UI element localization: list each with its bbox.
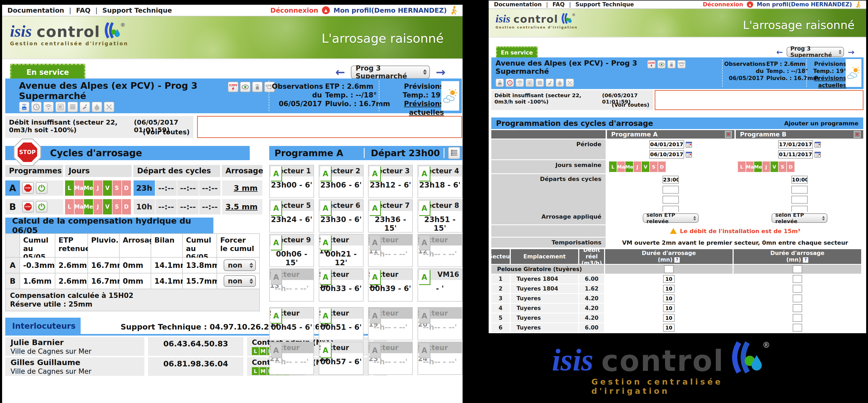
- water-drop-icon[interactable]: [92, 102, 102, 112]
- duree-input[interactable]: [663, 294, 675, 302]
- eye-icon[interactable]: [657, 60, 666, 68]
- delete-program-icon[interactable]: [854, 131, 861, 138]
- program-select[interactable]: Prog 3 Supermarché: [786, 47, 844, 57]
- logout-link[interactable]: Déconnexion: [703, 1, 743, 8]
- sector-card[interactable]: ASecteur 1700h45 - 6': [269, 307, 314, 340]
- nav-documentation[interactable]: Documentation: [494, 1, 541, 8]
- sector-card[interactable]: ASecteur 12--h-- - --': [417, 234, 462, 267]
- nav-support[interactable]: Support Technique: [575, 1, 634, 8]
- nav-documentation[interactable]: Documentation: [7, 7, 64, 14]
- sector-card[interactable]: ASecteur 1400h33 - 6': [319, 269, 364, 302]
- sector-card[interactable]: ASecteur 223h06 - 6': [319, 165, 364, 198]
- sector-card[interactable]: ASecteur 323h12 - 6': [368, 165, 413, 198]
- gprs-icon[interactable]: GPRS: [677, 60, 686, 68]
- force-cumul-select[interactable]: non: [224, 259, 256, 271]
- remote-control-icon[interactable]: [19, 102, 30, 112]
- clock-icon[interactable]: [31, 102, 42, 112]
- prev-program-arrow[interactable]: ←: [776, 48, 783, 57]
- wrench-icon[interactable]: [80, 102, 90, 112]
- sector-card[interactable]: ASecteur 1000h21 - 12': [319, 234, 364, 267]
- stop-program-icon[interactable]: STOP: [22, 182, 34, 194]
- eye-icon[interactable]: [240, 82, 250, 92]
- sector-card[interactable]: ASecteur 723h36 - 15': [368, 199, 413, 232]
- duree-input[interactable]: [793, 304, 802, 312]
- force-cumul-select[interactable]: non: [224, 275, 256, 287]
- sector-card[interactable]: ASecteur 24--h-- - --': [417, 342, 462, 375]
- profile-link[interactable]: Mon profil(Demo HERNANDEZ): [334, 7, 447, 14]
- day-toggle[interactable]: S: [650, 161, 657, 172]
- stop-program-icon[interactable]: STOP: [22, 201, 34, 213]
- duree-input[interactable]: [793, 275, 802, 283]
- sector-card[interactable]: ASecteur 423h18 - 6': [417, 165, 462, 198]
- calendar-icon[interactable]: [686, 141, 692, 148]
- group-duree-input[interactable]: [793, 265, 802, 273]
- cycle-start-input[interactable]: [791, 186, 808, 194]
- wifi-icon[interactable]: [516, 79, 524, 87]
- antenna-icon[interactable]: [667, 60, 676, 68]
- add-program-link[interactable]: Ajouter un programme: [784, 120, 859, 127]
- previsions-link[interactable]: Prévisions actuelles: [404, 100, 444, 117]
- calendar-icon[interactable]: [814, 151, 821, 157]
- delete-program-icon[interactable]: [725, 131, 732, 138]
- nav-faq[interactable]: FAQ: [552, 1, 564, 8]
- next-program-arrow[interactable]: →: [848, 48, 854, 57]
- sector-card[interactable]: ASecteur 11--h-- - --': [368, 234, 413, 267]
- sector-card[interactable]: ASecteur 13--h-- - --': [269, 269, 314, 302]
- help-icon[interactable]: ?: [674, 257, 680, 263]
- duree-input[interactable]: [663, 314, 675, 322]
- day-toggle[interactable]: D: [658, 161, 666, 172]
- logout-icon[interactable]: ▲: [322, 6, 330, 14]
- duree-input[interactable]: [663, 304, 675, 312]
- nav-support[interactable]: Support Technique: [102, 7, 172, 14]
- cycle-start-input[interactable]: [662, 196, 679, 204]
- wifi-icon[interactable]: [43, 102, 54, 112]
- sector-card[interactable]: ASecteur 1800h51 - 6': [319, 307, 364, 340]
- day-toggle[interactable]: J: [763, 161, 770, 172]
- sector-card[interactable]: ASecteur 23--h-- - --': [368, 342, 413, 375]
- periode-end-input[interactable]: [649, 150, 684, 159]
- day-toggle[interactable]: Ma: [746, 161, 754, 172]
- power-icon[interactable]: [36, 201, 48, 213]
- power-220v-icon[interactable]: 220V: [647, 60, 656, 68]
- cycle-start-input[interactable]: [662, 186, 679, 194]
- list-icon[interactable]: [535, 79, 544, 87]
- sector-card[interactable]: ASecteur 823h51 - 15': [417, 199, 462, 232]
- help-icon[interactable]: ?: [803, 257, 808, 263]
- cycle-start-input[interactable]: [791, 196, 808, 204]
- sector-card[interactable]: ASecteur 123h00 - 6': [269, 165, 314, 198]
- sector-card[interactable]: ASecteur 900h06 - 15': [269, 234, 314, 267]
- calendar-icon[interactable]: [814, 141, 821, 148]
- program-badge[interactable]: A: [5, 180, 20, 196]
- crossed-lines-icon[interactable]: [566, 79, 574, 87]
- calendar-icon[interactable]: [686, 151, 692, 157]
- day-toggle[interactable]: Me: [754, 161, 762, 172]
- duree-input[interactable]: [663, 285, 675, 292]
- duree-input[interactable]: [793, 294, 802, 302]
- day-toggle[interactable]: S: [779, 161, 786, 172]
- duree-input[interactable]: [793, 324, 802, 332]
- sector-card[interactable]: ASecteur 21--h-- - --': [269, 342, 314, 375]
- program-badge[interactable]: B: [5, 199, 20, 214]
- periode-start-input[interactable]: [649, 140, 684, 149]
- sector-card[interactable]: ASecteur 2200h57 - 6': [319, 342, 364, 375]
- water-drop-icon[interactable]: [556, 79, 564, 87]
- periode-end-input[interactable]: [778, 150, 813, 159]
- next-program-arrow[interactable]: →: [436, 65, 445, 79]
- duree-input[interactable]: [663, 324, 675, 332]
- list-icon[interactable]: [67, 102, 78, 112]
- arrosage-amount-link[interactable]: 3 mm: [234, 184, 258, 192]
- sector-card[interactable]: ASecteur 20--h-- - --': [417, 307, 462, 340]
- sector-card[interactable]: ASecteur 523h24 - 6': [269, 199, 314, 232]
- profile-link[interactable]: Mon profil(Demo HERNANDEZ): [757, 1, 852, 8]
- day-toggle[interactable]: V: [642, 161, 649, 172]
- alert-see-all-link[interactable]: (Voir toutes): [143, 128, 190, 136]
- periode-start-input[interactable]: [778, 140, 813, 149]
- day-toggle[interactable]: V: [771, 161, 778, 172]
- crossed-lines-icon[interactable]: [104, 102, 114, 112]
- cycle-start-input[interactable]: [791, 176, 808, 184]
- day-toggle[interactable]: D: [787, 161, 795, 172]
- report-ri-icon[interactable]: RI: [526, 79, 534, 87]
- cycle-start-input[interactable]: [662, 176, 679, 184]
- prev-program-arrow[interactable]: ←: [335, 65, 345, 79]
- duree-input[interactable]: [663, 275, 675, 283]
